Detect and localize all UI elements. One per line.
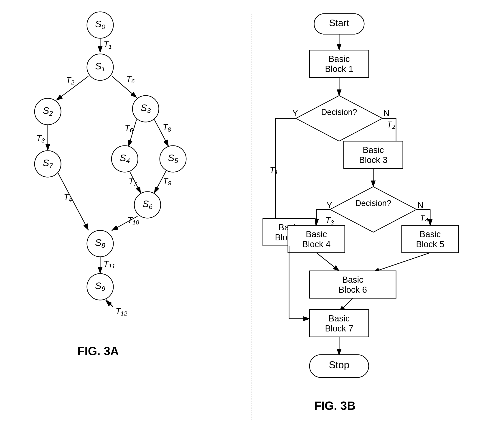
label-bb7-line1: Basic xyxy=(329,314,350,323)
arrow-bb5-bb6 xyxy=(373,253,430,272)
label-dec2-y: Y xyxy=(327,201,332,210)
trans-t11: T11 xyxy=(104,259,115,270)
label-dec1-y: Y xyxy=(292,109,298,118)
trans-t8: T8 xyxy=(163,123,171,133)
trans-t12: T12 xyxy=(116,307,127,317)
trans-t4: T4 xyxy=(64,193,72,203)
trans-t3: T3 xyxy=(36,134,45,144)
label-bb1-line1: Basic xyxy=(329,54,350,64)
trans-t7: T7 xyxy=(129,177,137,187)
trans-t10: T10 xyxy=(127,216,139,226)
label-start: Start xyxy=(329,17,349,28)
trans-t3-b: T3 xyxy=(326,216,334,226)
label-bb6-line1: Basic xyxy=(342,275,363,285)
arrow-bb4-bb6 xyxy=(316,253,339,271)
trans-t6a: T6 xyxy=(126,74,135,85)
label-bb7-line2: Block 7 xyxy=(325,324,353,333)
label-dec2-line1: Decision? xyxy=(355,198,391,208)
label-bb5-line1: Basic xyxy=(420,229,441,239)
label-bb3-line2: Block 3 xyxy=(359,155,388,165)
trans-t2: T2 xyxy=(66,76,74,86)
label-dec1-n: N xyxy=(383,109,389,118)
label-bb5-line2: Block 5 xyxy=(416,240,444,249)
trans-t1-b: T1 xyxy=(270,165,278,176)
label-dec1-line1: Decision? xyxy=(321,108,357,117)
label-bb4-line2: Block 4 xyxy=(302,240,331,249)
trans-t2-b: T2 xyxy=(387,120,395,130)
label-bb6-line2: Block 6 xyxy=(339,285,367,295)
trans-t1: T1 xyxy=(104,40,112,50)
label-stop: Stop xyxy=(329,359,350,370)
node-decision1 xyxy=(296,96,382,141)
label-bb1-line2: Block 1 xyxy=(325,64,353,74)
page: S0 T1 S1 T2 T6 S2 S3 T3 T6 T8 S4 S5 xyxy=(0,0,503,448)
diagram-svg: S0 T1 S1 T2 T6 S2 S3 T3 T6 T8 S4 S5 xyxy=(0,0,503,448)
trans-t9: T9 xyxy=(163,176,171,187)
trans-t4-b: T4 xyxy=(420,213,428,224)
label-bb4-line1: Basic xyxy=(306,229,327,239)
label-dec2-n: N xyxy=(418,201,424,210)
label-bb3-line1: Basic xyxy=(363,145,384,155)
arrow-s7-s8 xyxy=(58,173,88,230)
fig3b-label: FIG. 3B xyxy=(314,399,356,412)
fig3a-label: FIG. 3A xyxy=(77,344,119,358)
trans-t6b: T6 xyxy=(125,123,133,134)
arrow-s9-self xyxy=(106,299,113,307)
